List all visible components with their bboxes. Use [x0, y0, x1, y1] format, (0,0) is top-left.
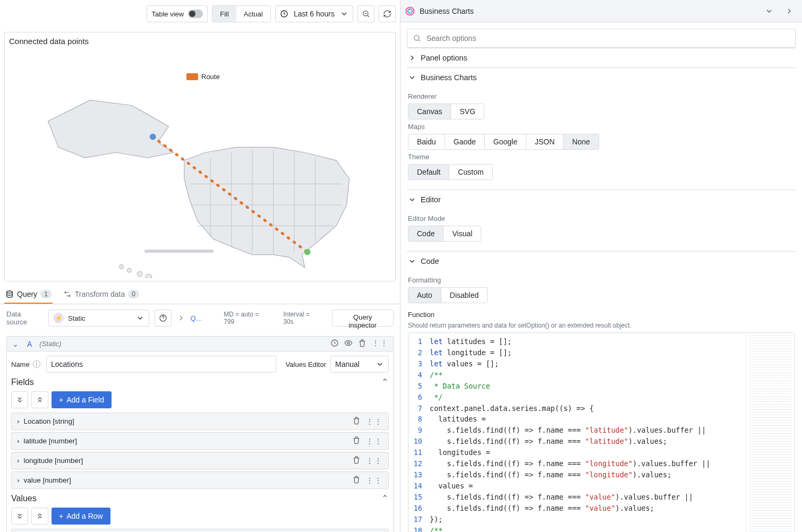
collapse-all-rows-button[interactable]: [11, 508, 28, 525]
field-drag-handle[interactable]: ⋮⋮: [366, 437, 383, 445]
chevron-down-icon: [376, 360, 384, 368]
collapse-all-fields-button[interactable]: [11, 391, 28, 408]
maps-option-google[interactable]: Google: [485, 134, 526, 149]
alaska-shape: [48, 100, 174, 158]
search-options[interactable]: [407, 29, 796, 48]
resize-handle[interactable]: [144, 250, 214, 253]
editor-mode-segment: CodeVisual: [408, 226, 481, 242]
table-view-switch[interactable]: [188, 10, 203, 18]
eye-icon: [344, 339, 353, 347]
theme-option-custom[interactable]: Custom: [449, 165, 492, 179]
editor-option-visual[interactable]: Visual: [443, 226, 481, 241]
collapse-query-button[interactable]: ⌄: [11, 340, 20, 348]
expand-all-rows-button[interactable]: [31, 508, 48, 525]
theme-option-default[interactable]: Default: [408, 165, 449, 179]
field-drag-handle[interactable]: ⋮⋮: [366, 417, 383, 426]
svg-point-13: [408, 8, 412, 13]
field-drag-handle[interactable]: ⋮⋮: [366, 457, 383, 465]
svg-point-9: [347, 342, 349, 344]
values-collapse[interactable]: ⌃: [380, 493, 389, 503]
group-panel-options[interactable]: Panel options: [407, 48, 796, 67]
group-business-charts[interactable]: Business Charts: [407, 67, 796, 87]
datasource-name: Static: [68, 314, 86, 322]
renderer-segment: CanvasSVG: [408, 104, 484, 119]
query-drag-handle[interactable]: ⋮⋮: [372, 339, 389, 349]
collapse-pane-button[interactable]: [781, 3, 798, 20]
values-editor-select[interactable]: Manual: [330, 356, 389, 373]
maps-option-gaode[interactable]: Gaode: [445, 134, 484, 149]
renderer-option-canvas[interactable]: Canvas: [408, 104, 450, 119]
datasource-select[interactable]: ⚡ Static: [48, 310, 149, 327]
editor-mode-label: Editor Mode: [408, 214, 795, 222]
field-row[interactable]: ›Location [string] ⋮⋮: [11, 413, 389, 430]
editor-option-code[interactable]: Code: [408, 226, 443, 241]
function-help: Should return parameters and data for se…: [408, 322, 795, 329]
renderer-option-svg[interactable]: SVG: [451, 104, 484, 119]
svg-point-12: [406, 7, 414, 15]
formatting-option-auto[interactable]: Auto: [408, 288, 441, 303]
time-range-picker[interactable]: Last 6 hours: [275, 5, 353, 22]
query-inspector-button[interactable]: Query inspector: [332, 310, 394, 327]
tab-query-count: 1: [40, 290, 52, 298]
viz-picker-button[interactable]: [761, 3, 778, 20]
group-code[interactable]: Code: [407, 251, 796, 271]
tab-transform[interactable]: Transform data 0: [62, 286, 140, 304]
code-editor[interactable]: 1234567891011121314151617181920212223 le…: [408, 332, 795, 532]
field-delete-button[interactable]: [352, 475, 361, 485]
field-delete-button[interactable]: [352, 416, 361, 426]
field-row[interactable]: ›longitude [number] ⋮⋮: [11, 452, 389, 469]
info-icon[interactable]: i: [33, 361, 40, 368]
chevron-right-icon: ›: [17, 437, 20, 445]
field-name: longitude [number]: [24, 457, 83, 465]
code-minimap[interactable]: [746, 333, 794, 532]
hawaii-shape: [120, 264, 152, 278]
query-crumb[interactable]: Q…: [190, 314, 202, 322]
field-delete-button[interactable]: [352, 436, 361, 446]
fill-actual-segment: Fill Actual: [212, 5, 271, 22]
interval-meta: Interval = 30s: [283, 311, 321, 325]
refresh-button[interactable]: [379, 5, 396, 22]
add-field-button[interactable]: + Add a Field: [52, 391, 112, 408]
add-row-button[interactable]: + Add a Row: [52, 508, 110, 525]
datasource-help-button[interactable]: [155, 310, 172, 327]
field-delete-button[interactable]: [352, 456, 361, 466]
actual-button[interactable]: Actual: [236, 6, 270, 22]
route-start-point: [150, 134, 156, 140]
chevron-down-icon: [765, 7, 773, 15]
plus-icon: +: [59, 396, 63, 404]
lightning-icon: ⚡: [53, 313, 64, 323]
fill-button[interactable]: Fill: [212, 6, 236, 22]
maps-option-baidu[interactable]: Baidu: [408, 134, 445, 149]
query-hide-button[interactable]: [344, 339, 353, 349]
field-row[interactable]: ›latitude [number] ⋮⋮: [11, 432, 389, 450]
chevron-right-icon: ›: [17, 417, 20, 425]
query-letter[interactable]: A: [27, 340, 32, 348]
question-icon: [159, 314, 167, 322]
tab-query[interactable]: Query 1: [4, 286, 53, 304]
expand-all-fields-button[interactable]: [31, 391, 48, 408]
value-row[interactable]: ›#1 ⋮⋮: [11, 529, 389, 532]
map-visualization[interactable]: [9, 48, 391, 278]
maps-option-none[interactable]: None: [564, 134, 598, 149]
function-label: Function: [408, 311, 795, 319]
tab-query-label: Query: [17, 290, 37, 298]
formatting-option-disabled[interactable]: Disabled: [441, 288, 487, 303]
group-editor[interactable]: Editor: [407, 190, 796, 209]
query-time-button[interactable]: [330, 339, 339, 349]
field-drag-handle[interactable]: ⋮⋮: [366, 476, 383, 485]
maps-option-json[interactable]: JSON: [526, 134, 563, 149]
name-label: Namei: [11, 361, 42, 368]
field-row[interactable]: ›value [number] ⋮⋮: [11, 471, 389, 489]
search-input[interactable]: [425, 33, 790, 43]
code-lines[interactable]: let latitudes = [];let longitude = [];le…: [428, 333, 746, 532]
name-input[interactable]: [46, 356, 276, 373]
query-delete-button[interactable]: [358, 339, 366, 349]
clock-outline-icon: [330, 339, 339, 347]
chevron-down-icon: [340, 10, 348, 18]
table-view-toggle[interactable]: Table view: [147, 5, 208, 22]
fields-collapse[interactable]: ⌃: [380, 377, 389, 387]
zoom-out-button[interactable]: [357, 5, 374, 22]
chevrons-up-icon: [36, 512, 44, 520]
chevron-right-icon: ›: [17, 476, 20, 484]
svg-point-2: [120, 264, 124, 269]
